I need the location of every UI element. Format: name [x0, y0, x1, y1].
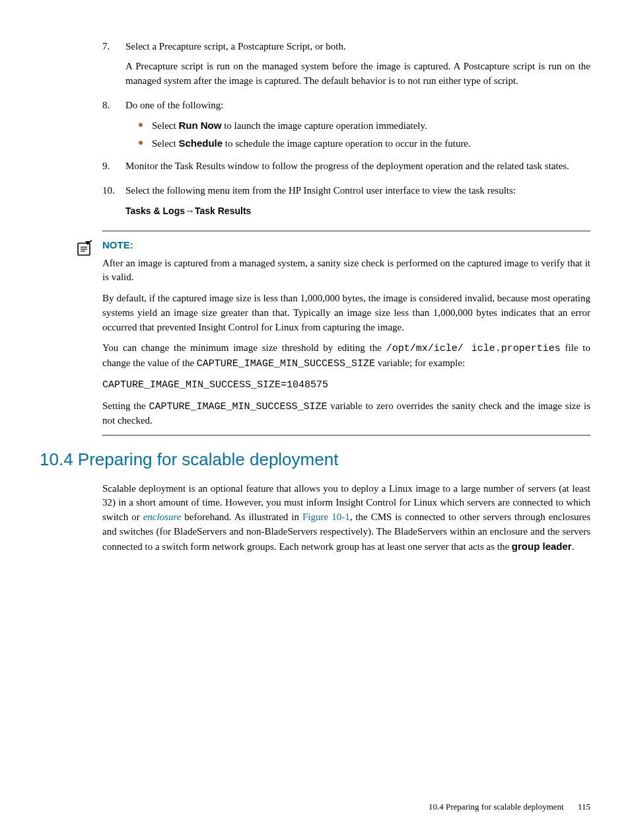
bold-text: Schedule [178, 137, 223, 149]
bullet-item: Select Schedule to schedule the image ca… [139, 136, 590, 151]
bullet-item: Select Run Now to launch the image captu… [139, 118, 590, 134]
page-number: 115 [578, 802, 590, 812]
body-text: Select a Precapture script, a Postcaptur… [125, 40, 590, 54]
path-segment: Tasks & Logs [125, 206, 185, 216]
body-text: A Precapture script is run on the manage… [125, 59, 590, 89]
list-item-10: 10. Select the following menu item from … [102, 184, 590, 224]
list-number: 10. [102, 184, 125, 224]
bullet-text: Select Run Now to launch the image captu… [152, 118, 427, 134]
note-body: After an image is captured from a manage… [102, 256, 590, 429]
list-item-8: 8. Do one of the following: Select Run N… [102, 98, 590, 153]
divider [102, 231, 590, 231]
path-segment: Task Results [195, 206, 251, 216]
code-block: CAPTURE_IMAGE_MIN_SUCCESS_SIZE=1048575 [102, 378, 590, 393]
section-paragraph: Scalable deployment is an optional featu… [102, 482, 590, 554]
note-label: NOTE: [102, 238, 590, 252]
menu-path: Tasks & Logs→Task Results [125, 204, 590, 219]
page-footer: 10.4 Preparing for scalable deployment 1… [429, 801, 590, 814]
text-fragment: Select [152, 120, 178, 131]
body-text: Do one of the following: [125, 98, 590, 113]
figure-link[interactable]: Figure 10-1 [302, 512, 350, 522]
list-body: Select the following menu item from the … [125, 184, 590, 224]
ordered-list: 7. Select a Precapture script, a Postcap… [102, 40, 590, 436]
note-icon [76, 239, 93, 261]
list-body: Monitor the Task Results window to follo… [125, 159, 590, 179]
list-body: Do one of the following: Select Run Now … [125, 98, 590, 153]
list-number: 7. [102, 40, 125, 93]
body-text: Select the following menu item from the … [125, 184, 590, 198]
bullet-icon [139, 123, 143, 127]
bold-text: Run Now [178, 120, 221, 131]
text-fragment: to schedule the image capture operation … [223, 138, 471, 149]
list-number: 9. [102, 159, 125, 179]
text-fragment: variable; for example: [375, 358, 465, 368]
list-number: 8. [102, 98, 125, 153]
text-fragment: Select [152, 138, 178, 149]
text-fragment: to launch the image capture operation im… [221, 120, 427, 131]
bullet-text: Select Schedule to schedule the image ca… [152, 136, 471, 151]
divider [102, 435, 590, 436]
text-fragment: . [572, 541, 575, 552]
section-body: Scalable deployment is an optional featu… [102, 482, 590, 554]
glossary-link[interactable]: enclosure [143, 512, 182, 522]
text-fragment: You can change the minimum image size th… [102, 342, 386, 353]
note-paragraph: By default, if the captured image size i… [102, 291, 590, 334]
bold-text: group leader [512, 541, 572, 552]
bullet-icon [139, 141, 143, 145]
text-fragment: beforehand. As illustrated in [181, 512, 302, 522]
note-paragraph: Setting the CAPTURE_IMAGE_MIN_SUCCESS_SI… [102, 399, 590, 429]
body-text: Monitor the Task Results window to follo… [125, 159, 590, 174]
note-paragraph: After an image is captured from a manage… [102, 256, 590, 286]
list-body: Select a Precapture script, a Postcaptur… [125, 40, 590, 93]
note-block: NOTE: After an image is captured from a … [102, 238, 590, 428]
list-item-9: 9. Monitor the Task Results window to fo… [102, 159, 590, 179]
footer-text: 10.4 Preparing for scalable deployment [429, 802, 564, 812]
arrow-icon: → [185, 205, 195, 216]
code-inline: CAPTURE_IMAGE_MIN_SUCCESS_SIZE [197, 358, 375, 369]
section-heading: 10.4 Preparing for scalable deployment [40, 447, 590, 473]
code-inline: /opt/mx/icle/ icle.properties [386, 343, 561, 354]
code-inline: CAPTURE_IMAGE_MIN_SUCCESS_SIZE [149, 401, 327, 412]
text-fragment: Setting the [102, 401, 149, 411]
list-item-7: 7. Select a Precapture script, a Postcap… [102, 40, 590, 93]
note-paragraph: You can change the minimum image size th… [102, 341, 590, 371]
